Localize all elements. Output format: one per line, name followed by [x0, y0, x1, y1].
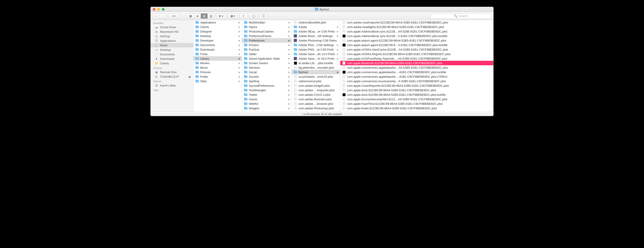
file-row[interactable]: Desktop▶: [194, 34, 242, 38]
forward-button[interactable]: ›: [160, 13, 166, 19]
file-row[interactable]: PhotoshopCrashes▶: [242, 29, 292, 34]
file-row[interactable]: Services▶: [242, 65, 292, 70]
file-row[interactable]: Social▶: [242, 70, 292, 74]
sidebar-item-kane-s-imac[interactable]: 🖥Kane's iMac: [150, 83, 193, 88]
file-row[interactable]: Pictures▶: [194, 70, 242, 74]
file-row[interactable]: PreferencePanes▶: [242, 34, 292, 38]
arrange-menu[interactable]: ▦ ▾: [228, 13, 238, 19]
sidebar-item-icloud-drive[interactable]: ☁︎iCloud Drive: [150, 25, 193, 29]
file-row[interactable]: com.apple.FaceTime.6222BC99-86A4-52B5-81…: [340, 102, 493, 106]
zoom-button[interactable]: [162, 8, 164, 10]
file-row[interactable]: com.apple.EscrowSecurityAlert.6222…A4-52…: [340, 97, 493, 102]
file-row[interactable]: Adobe Save…eb 13.0 Prefs▶: [292, 52, 340, 56]
file-row[interactable]: Saved Application State▶: [242, 56, 292, 61]
view-icon-button[interactable]: ▦: [187, 13, 194, 19]
file-row[interactable]: Screen Savers▶: [242, 61, 292, 65]
file-row[interactable]: com.apple.coreservices.appleidauthe…-81B…: [340, 70, 493, 74]
sidebar-item-macintosh-hd[interactable]: ⊟Macintosh HD: [150, 29, 193, 34]
file-row[interactable]: Downloads▶: [194, 47, 242, 52]
search-field[interactable]: 🔍 Search: [430, 13, 491, 19]
share-button[interactable]: ⇪: [240, 13, 248, 19]
file-row[interactable]: Widgets▶: [242, 106, 292, 110]
file-row[interactable]: Music▶: [194, 65, 242, 70]
file-row[interactable]: Fonts▶: [194, 52, 242, 56]
file-row[interactable]: Adobe Phot…CS6 Settings▶: [292, 43, 340, 47]
file-row[interactable]: com.adobe.CSXS.3.plist: [292, 92, 340, 97]
sidebar-item-downloads[interactable]: ⬇︎Downloads: [150, 56, 193, 61]
file-row[interactable]: Adobe Illustr…S6 Settings▶: [292, 34, 340, 38]
file-row[interactable]: com.apple.Bluetooth.6222BC99-86A4-52B5-8…: [340, 61, 493, 65]
sidebar-item-applications[interactable]: ⒶApplications: [150, 38, 193, 43]
view-column-button[interactable]: ▥: [201, 13, 208, 19]
file-row[interactable]: Clients▶: [194, 24, 242, 29]
sidebar-item-remote-disc[interactable]: ◉Remote Disc: [150, 70, 193, 74]
file-row[interactable]: WebKit▶: [242, 102, 292, 106]
file-row[interactable]: com.adobe.…hreporter.plist: [292, 88, 340, 92]
view-coverflow-button[interactable]: ▤: [208, 13, 214, 19]
sidebar-item-clients[interactable]: 📁Clients: [150, 61, 193, 66]
file-row[interactable]: callservicesd.plist: [292, 79, 340, 83]
file-row[interactable]: Spelling▶: [242, 79, 292, 83]
file-row[interactable]: Adobe▶: [292, 24, 340, 29]
file-row[interactable]: Safari▶: [242, 52, 292, 56]
close-button[interactable]: [153, 8, 156, 10]
file-row[interactable]: Library▶: [194, 56, 242, 61]
file-row[interactable]: Movies▶: [194, 61, 242, 65]
file-row[interactable]: Twitter▶: [242, 92, 292, 97]
file-row[interactable]: com.adobe.Photoshop.plist: [292, 106, 340, 110]
file-row[interactable]: com.apple.CrashReporter.6222BC99-86A4-52…: [340, 83, 493, 88]
sidebar-item-toshiba-ext[interactable]: ⊟TOSHIBA EXT⏏: [150, 74, 193, 79]
sidebar-item-documents[interactable]: 📄Documents: [150, 52, 193, 56]
file-row[interactable]: SyncedPreferences▶: [242, 83, 292, 88]
file-row[interactable]: Developer▶: [194, 38, 242, 43]
file-row[interactable]: com.adobe.headlights.6222BC99-86A4-52B5-…: [340, 24, 493, 29]
file-row[interactable]: TextWrangler▶: [242, 88, 292, 92]
back-button[interactable]: ‹: [153, 13, 160, 19]
file-row[interactable]: com.apple.coreservices.lsuseractivity…4-…: [340, 79, 493, 83]
file-row[interactable]: bg.peterniko…encoder.plist: [292, 65, 340, 70]
info-button[interactable]: ⓘ: [260, 13, 268, 19]
file-row[interactable]: Sites▶: [194, 79, 242, 83]
sidebar-item-airdrop[interactable]: ◎AirDrop: [150, 34, 193, 38]
file-row[interactable]: Voices▶: [242, 97, 292, 102]
file-row[interactable]: PubSub▶: [242, 47, 292, 52]
file-row[interactable]: Designer▶: [194, 29, 242, 34]
file-row[interactable]: com.adobe.crashreporter.6222BC99-86A4-52…: [340, 20, 493, 24]
file-row[interactable]: com.apple.airport.agent.6222BC99-86A4-52…: [340, 38, 493, 43]
file-row[interactable]: com.adobe.…browser.plist: [292, 102, 340, 106]
file-row[interactable]: Adobe PNG…at CS6 Prefs▶: [292, 47, 340, 52]
view-list-button[interactable]: ≣: [194, 13, 201, 19]
file-row[interactable]: Preferences▶: [242, 38, 292, 43]
action-menu[interactable]: ✿ ▾: [216, 13, 226, 19]
file-row[interactable]: Printers▶: [242, 43, 292, 47]
file-row[interactable]: at.obdev.Litt….plist.lockfile: [292, 61, 340, 65]
file-row[interactable]: Public▶: [194, 74, 242, 79]
tags-button[interactable]: ◯: [250, 13, 258, 19]
file-row[interactable]: com.apple.AOSKit.AlertCache.6222B…A4-52B…: [340, 47, 493, 52]
file-row[interactable]: Sounds▶: [242, 74, 292, 79]
file-row[interactable]: com.adobe.bridge5.plist: [292, 83, 340, 88]
file-row[interactable]: com.apple.coreservices.appleidauthe…-81B…: [340, 74, 493, 79]
file-row[interactable]: com.adobe.illustrator.plist: [292, 97, 340, 102]
sidebar-item-ikane[interactable]: ⌂iKane: [150, 43, 193, 48]
file-row[interactable]: com.apple.dock.6222BC99-86A4-52B5-81B1-C…: [340, 88, 493, 92]
file-row[interactable]: com.apple.finder.6222BC99-86A4-52B5-81B1…: [340, 106, 493, 110]
file-row[interactable]: Applications▶: [194, 20, 242, 24]
sidebar-item-desktop[interactable]: ▭Desktop: [150, 48, 193, 52]
file-row[interactable]: com.apple.coreservices.appleidauthe…A4-5…: [340, 65, 493, 70]
file-row[interactable]: com.apple.AddressBook.sync.6222B…A4-52B5…: [340, 29, 493, 34]
file-row[interactable]: MobileSafari▶: [242, 20, 292, 24]
path-dropdown[interactable]: ≡ ▾: [168, 13, 179, 19]
file-row[interactable]: Adobe IllExp…er CS6 Prefs▶: [292, 29, 340, 34]
file-row[interactable]: com.apple.dock.6222BC99-86A4-52B5-81B1-C…: [340, 92, 493, 97]
minimize-button[interactable]: [157, 8, 160, 10]
file-row[interactable]: Documents▶: [194, 43, 242, 47]
file-row[interactable]: com.apple.airport.agent.6222BC99-8…5-81B…: [340, 43, 493, 47]
eject-icon[interactable]: ⏏: [188, 75, 191, 78]
file-row[interactable]: ByHost▶: [292, 70, 340, 74]
file-row[interactable]: Adobe Photoshop CS6 Paths: [292, 38, 340, 43]
file-row[interactable]: ca.primatela…ench23.plist: [292, 74, 340, 79]
file-row[interactable]: Opera▶: [242, 24, 292, 29]
file-row[interactable]: com.apple.AOSPushRelay.TopicInfo.…A4-52B…: [340, 56, 493, 61]
file-row[interactable]: com.apple.AOSKit.RegInfo.6222BC99-86A4-5…: [340, 52, 493, 56]
